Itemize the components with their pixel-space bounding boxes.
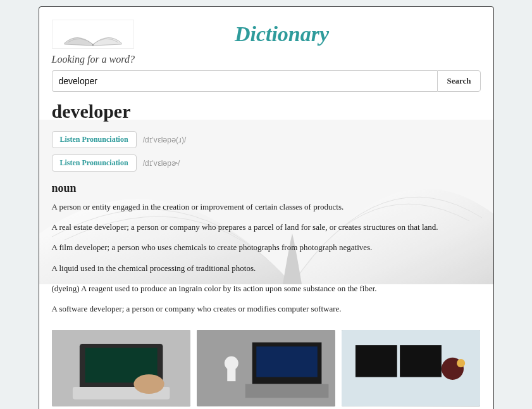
open-book-icon — [61, 25, 125, 47]
svg-rect-9 — [256, 346, 317, 377]
app-container: Dictionary Looking for a word? Search — [39, 6, 494, 409]
tagline: Looking for a word? — [39, 54, 493, 70]
part-of-speech: noun — [52, 182, 481, 195]
result-image — [52, 330, 190, 406]
svg-rect-12 — [227, 369, 235, 382]
search-bar: Search — [52, 70, 481, 92]
logo — [52, 20, 134, 49]
svg-point-11 — [225, 356, 238, 370]
word-title: developer — [52, 101, 481, 122]
svg-rect-15 — [400, 345, 442, 377]
ipa-text: /dɪˈvɛləpə(ɹ)/ — [143, 135, 187, 144]
listen-pronunciation-button[interactable]: Listen Pronunciation — [52, 154, 137, 172]
header: Dictionary — [39, 7, 493, 54]
image-grid — [39, 324, 493, 409]
svg-point-6 — [133, 374, 164, 394]
definition: (dyeing) A reagent used to produce an in… — [52, 283, 481, 294]
definition: A person or entity engaged in the creati… — [52, 201, 481, 213]
svg-rect-14 — [356, 345, 397, 377]
svg-point-17 — [457, 359, 465, 367]
svg-rect-10 — [245, 384, 329, 398]
ipa-text: /dɪˈvɛləpɚ/ — [143, 159, 180, 168]
word-area: developer Listen Pronunciation /dɪˈvɛləp… — [39, 101, 493, 315]
pronunciation-row-0: Listen Pronunciation /dɪˈvɛləpə(ɹ)/ — [52, 131, 481, 148]
search-button[interactable]: Search — [437, 70, 480, 92]
result-image — [342, 330, 480, 406]
result-image — [197, 330, 335, 406]
search-input[interactable] — [52, 70, 438, 92]
definition: A real estate developer; a person or com… — [52, 222, 481, 233]
definition: A film developer; a person who uses chem… — [52, 242, 481, 253]
definition: A software developer; a person or compan… — [52, 303, 481, 315]
brand-title: Dictionary — [134, 22, 481, 46]
pronunciation-row-1: Listen Pronunciation /dɪˈvɛləpɚ/ — [52, 154, 481, 172]
listen-pronunciation-button[interactable]: Listen Pronunciation — [52, 131, 137, 148]
definition: A liquid used in the chemical processing… — [52, 263, 481, 274]
